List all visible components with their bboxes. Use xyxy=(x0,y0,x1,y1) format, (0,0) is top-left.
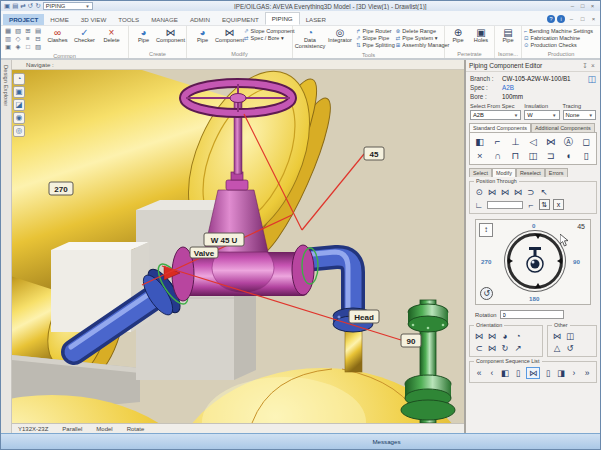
mini-tool-icon[interactable]: ◇ xyxy=(13,35,23,43)
orient-rotate-cw-icon[interactable]: ◕ xyxy=(500,331,510,341)
modify-component-button[interactable]: ⋈ Component xyxy=(216,27,243,44)
mini-tool-icon[interactable]: ▥ xyxy=(3,35,13,43)
undo-icon[interactable]: ↺ xyxy=(28,2,33,10)
redo-icon[interactable]: ↻ xyxy=(35,2,40,10)
seq-gasket-right-icon[interactable]: ▯ xyxy=(543,368,553,378)
flip-direction-button[interactable]: ⇅ xyxy=(539,199,550,210)
mini-tool-icon[interactable]: ▦ xyxy=(3,27,13,35)
modify-pipe-button[interactable]: ◕ Pipe xyxy=(189,27,216,44)
create-component-button[interactable]: ⋈ Component xyxy=(157,27,184,44)
tab-additional-components[interactable]: Additional Components xyxy=(531,123,595,132)
position-distance-icon[interactable]: ⊃ xyxy=(526,187,536,197)
mini-tool-icon[interactable]: ≡ xyxy=(23,35,33,43)
fabrication-machine-link[interactable]: ⊡ Fabrication Machine xyxy=(524,35,593,41)
olet-icon[interactable]: ⊐ xyxy=(547,150,555,161)
orient-valve-down-icon[interactable]: ⋈ xyxy=(474,331,484,341)
isometric-pipe-button[interactable]: ▤ Pipe xyxy=(497,27,519,44)
tab-select[interactable]: Select xyxy=(469,168,492,177)
create-pipe-button[interactable]: ◕ Pipe xyxy=(131,27,156,44)
tab-equipment[interactable]: EQUIPMENT xyxy=(216,14,265,25)
view-cube-icon[interactable]: ▣ xyxy=(13,86,25,98)
slope-pipe-link[interactable]: ⇗ Slope Pipe xyxy=(356,35,395,41)
3d-viewport[interactable]: Navigate : ◔▣◪◉◎ xyxy=(12,60,464,433)
holes-button[interactable]: ▣ Holes xyxy=(470,27,492,44)
flange-icon[interactable]: ◧ xyxy=(475,136,484,147)
close-button[interactable]: × xyxy=(588,2,597,10)
valve-icon[interactable]: ⋈ xyxy=(546,136,556,147)
view-orbit-icon[interactable]: ◉ xyxy=(13,112,25,124)
mini-tool-icon[interactable]: ⊟ xyxy=(33,35,43,43)
tee-icon[interactable]: ⊥ xyxy=(511,136,519,147)
save-icon[interactable]: ▤ xyxy=(12,2,18,10)
gasket-icon[interactable]: ▯ xyxy=(584,150,589,161)
info-icon[interactable]: i xyxy=(557,15,565,23)
seq-prev-button[interactable]: ‹ xyxy=(487,368,497,378)
orient-spin-icon[interactable]: ↻ xyxy=(500,343,510,353)
position-distance-input[interactable] xyxy=(487,201,523,209)
tab-manage[interactable]: MANAGE xyxy=(145,14,184,25)
cross-icon[interactable]: × xyxy=(477,150,483,161)
rotate-view-button[interactable]: ↺ xyxy=(480,287,493,300)
seq-gasket-left-icon[interactable]: ▯ xyxy=(513,368,523,378)
tab-modify[interactable]: Modify xyxy=(492,168,516,177)
view-look-icon[interactable]: ◎ xyxy=(13,125,25,137)
pipe-system-link[interactable]: ⇄ Pipe System ▾ xyxy=(396,35,450,41)
spec-value-link[interactable]: A2B xyxy=(502,84,514,91)
messages-tab[interactable]: Messages xyxy=(372,438,400,445)
close-button[interactable]: × xyxy=(589,15,598,23)
cap-icon[interactable]: ◻ xyxy=(582,136,590,147)
tab-standard-components[interactable]: Standard Components xyxy=(469,123,531,132)
position-valve-arrive-icon[interactable]: ⋈ xyxy=(487,187,497,197)
elbow-icon[interactable]: ⌐ xyxy=(495,136,501,147)
mini-tool-icon[interactable]: ◈ xyxy=(13,43,23,51)
close-icon[interactable]: × xyxy=(589,62,597,69)
position-start-icon[interactable]: ⊙ xyxy=(474,187,484,197)
assembly-manager-link[interactable]: ⊞ Assembly Manager xyxy=(396,42,450,48)
tracing-dropdown[interactable]: None ▼ xyxy=(563,110,596,120)
other-component-icon[interactable]: ⋈ xyxy=(552,331,562,341)
delete-button[interactable]: × Delete xyxy=(98,27,125,44)
select-from-spec-dropdown[interactable]: A2B ▼ xyxy=(470,110,521,120)
tab-admin[interactable]: ADMIN xyxy=(184,14,216,25)
maximize-button[interactable]: □ xyxy=(578,2,587,10)
spec-bore-link[interactable]: ⇄ Spec / Bore ▾ xyxy=(244,35,295,41)
3d-scene[interactable]: 270 45 W 45 U Valve xyxy=(12,70,464,423)
sync-icon[interactable]: ⇄ xyxy=(20,2,25,10)
reducer-icon[interactable]: ◁ xyxy=(529,136,536,147)
insulation-dropdown[interactable]: W ▼ xyxy=(524,110,559,120)
orient-rotate-ccw-icon[interactable]: ◔ xyxy=(513,331,523,341)
slope-component-link[interactable]: ⇗ Slope Component xyxy=(244,28,295,34)
seq-valve-icon[interactable]: ⋈ xyxy=(526,367,540,379)
other-undo-icon[interactable]: ↺ xyxy=(565,343,575,353)
seq-flange-right-icon[interactable]: ◨ xyxy=(556,368,566,378)
app-icon[interactable]: ▣ xyxy=(4,2,10,10)
help-icon[interactable]: ? xyxy=(547,15,555,23)
maximize-button[interactable]: □ xyxy=(578,15,587,23)
orient-valve-up-icon[interactable]: ⋈ xyxy=(487,331,497,341)
penetrate-pipe-button[interactable]: ⊕ Pipe xyxy=(447,27,469,44)
mini-tool-icon[interactable]: ▨ xyxy=(33,43,43,51)
lock-axis-button[interactable]: x xyxy=(553,199,564,210)
tab-laser[interactable]: LASER xyxy=(300,14,332,25)
pipe-splitting-link[interactable]: ⇅ Pipe Splitting xyxy=(356,42,395,48)
orient-direction-icon[interactable]: ↗ xyxy=(513,343,523,353)
position-valve-centre-icon[interactable]: ⋈ xyxy=(500,187,510,197)
position-valve-leave-icon[interactable]: ⋈ xyxy=(513,187,523,197)
direction-compass[interactable]: ↕ 45 0 90 180 270 ↺ xyxy=(475,219,591,305)
mini-tool-icon[interactable]: ▧ xyxy=(13,27,23,35)
delete-range-link[interactable]: ⊗ Delete Range xyxy=(396,28,450,34)
coupling-icon[interactable]: ◫ xyxy=(529,150,538,161)
minimize-button[interactable]: – xyxy=(567,15,576,23)
orient-flange-icon[interactable]: ⊂ xyxy=(474,343,484,353)
design-explorer-collapsed-tab[interactable]: Design Explorer xyxy=(1,60,12,433)
orient-flip-icon[interactable]: ⋈ xyxy=(487,343,497,353)
tab-home[interactable]: HOME xyxy=(44,14,75,25)
clashes-button[interactable]: ∞ Clashes xyxy=(44,27,71,44)
pin-icon[interactable]: ↧ xyxy=(581,62,589,70)
mini-tool-icon[interactable]: ⊞ xyxy=(23,27,33,35)
seq-first-button[interactable]: « xyxy=(474,368,484,378)
tab-errors[interactable]: Errors xyxy=(545,168,568,177)
filter-icon[interactable]: ⊓ xyxy=(512,150,519,161)
bending-machine-settings-link[interactable]: ⌐ Bending Machine Settings xyxy=(524,28,593,34)
seq-next-button[interactable]: › xyxy=(569,368,579,378)
